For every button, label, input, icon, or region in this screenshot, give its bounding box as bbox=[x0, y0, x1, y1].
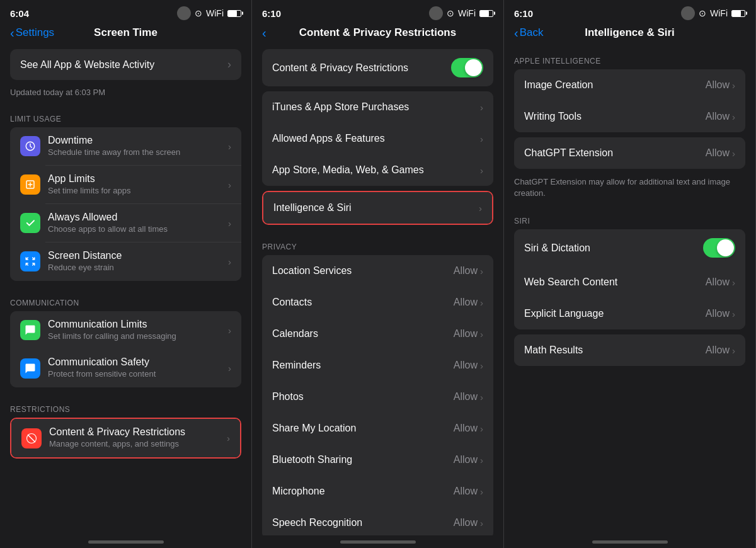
list-item-itunes[interactable]: iTunes & App Store Purchases › bbox=[262, 91, 493, 123]
app-limits-title: App Limits bbox=[48, 173, 223, 185]
chatgpt-chevron: › bbox=[732, 148, 735, 159]
web-search-right: Allow › bbox=[706, 277, 735, 288]
downtime-icon bbox=[20, 136, 40, 156]
contacts-title: Contacts bbox=[272, 297, 454, 308]
nav-bar-2: ‹ Content & Privacy Restrictions bbox=[252, 24, 503, 44]
content-privacy-content: Content & Privacy Restrictions Manage co… bbox=[49, 426, 222, 450]
scroll-content-3: APPLE INTELLIGENCE Image Creation Allow … bbox=[504, 44, 755, 535]
microphone-title: Microphone bbox=[272, 486, 454, 497]
downtime-subtitle: Schedule time away from the screen bbox=[48, 147, 223, 158]
nav-title-3: Intelligence & Siri bbox=[585, 26, 675, 39]
list-item-app-limits[interactable]: App Limits Set time limits for apps › bbox=[10, 166, 241, 204]
back-arrow-1: ‹ bbox=[10, 26, 14, 39]
list-item-app-store-media[interactable]: App Store, Media, Web, & Games › bbox=[262, 154, 493, 186]
list-item-calendars[interactable]: Calendars Allow › bbox=[262, 318, 493, 350]
intelligence-siri-title: Intelligence & Siri bbox=[273, 202, 479, 214]
back-label-1[interactable]: Settings bbox=[16, 26, 54, 39]
list-item-intelligence-siri[interactable]: Intelligence & Siri › bbox=[263, 192, 492, 224]
status-time-2: 6:10 bbox=[262, 8, 281, 19]
home-indicator-1 bbox=[0, 535, 251, 548]
list-item-math-results[interactable]: Math Results Allow › bbox=[514, 334, 745, 366]
list-item-photos[interactable]: Photos Allow › bbox=[262, 381, 493, 413]
list-item-contacts[interactable]: Contacts Allow › bbox=[262, 287, 493, 318]
content-privacy-toggle[interactable] bbox=[451, 58, 483, 77]
list-item-explicit-language[interactable]: Explicit Language Allow › bbox=[514, 298, 745, 329]
status-time-1: 6:04 bbox=[10, 8, 29, 19]
airdrop-icon-2: ⊙ bbox=[447, 8, 454, 18]
allowed-apps-chevron: › bbox=[480, 134, 483, 144]
explicit-language-title: Explicit Language bbox=[524, 308, 706, 319]
writing-tools-right: Allow › bbox=[706, 111, 735, 122]
writing-tools-title: Writing Tools bbox=[524, 111, 706, 122]
itunes-chevron: › bbox=[480, 102, 483, 113]
list-item-downtime[interactable]: Downtime Schedule time away from the scr… bbox=[10, 127, 241, 166]
list-item-reminders[interactable]: Reminders Allow › bbox=[262, 350, 493, 381]
siri-dictation-toggle[interactable] bbox=[703, 238, 735, 258]
bluetooth-value: Allow bbox=[454, 454, 478, 465]
calendars-chevron: › bbox=[480, 329, 483, 340]
intelligence-siri-chevron: › bbox=[479, 203, 482, 214]
content-privacy-toggle-row: Content & Privacy Restrictions bbox=[262, 49, 493, 86]
nav-title-1: Screen Time bbox=[94, 26, 158, 39]
math-results-value: Allow bbox=[706, 345, 730, 356]
list-item-share-location[interactable]: Share My Location Allow › bbox=[262, 413, 493, 444]
back-button-1[interactable]: ‹ Settings bbox=[10, 26, 54, 39]
location-right: Allow › bbox=[454, 265, 483, 277]
list-item-siri-dictation[interactable]: Siri & Dictation bbox=[514, 229, 745, 266]
content-privacy-chevron: › bbox=[227, 433, 230, 443]
section-header-privacy: PRIVACY bbox=[252, 230, 503, 255]
content-privacy-icon bbox=[21, 428, 42, 448]
battery-icon-3 bbox=[731, 10, 745, 17]
comm-safety-icon bbox=[20, 358, 40, 379]
math-results-right: Allow › bbox=[706, 345, 735, 356]
calendars-right: Allow › bbox=[454, 328, 483, 340]
list-item-location[interactable]: Location Services Allow › bbox=[262, 255, 493, 287]
list-item-microphone[interactable]: Microphone Allow › bbox=[262, 476, 493, 507]
list-item-screen-distance[interactable]: Screen Distance Reduce eye strain › bbox=[10, 243, 241, 281]
see-all-activity-button[interactable]: See All App & Website Activity › bbox=[10, 49, 241, 80]
list-item-chatgpt[interactable]: ChatGPT Extension Allow › bbox=[514, 137, 745, 169]
writing-tools-value: Allow bbox=[706, 111, 730, 122]
list-item-allowed-apps[interactable]: Allowed Apps & Features › bbox=[262, 123, 493, 154]
app-limits-subtitle: Set time limits for apps bbox=[48, 186, 223, 197]
image-creation-right: Allow › bbox=[706, 79, 735, 91]
list-item-image-creation[interactable]: Image Creation Allow › bbox=[514, 69, 745, 101]
back-button-2[interactable]: ‹ bbox=[262, 26, 266, 39]
list-group-limit-usage: Downtime Schedule time away from the scr… bbox=[10, 127, 241, 281]
bluetooth-right: Allow › bbox=[454, 454, 483, 465]
app-store-media-chevron: › bbox=[480, 165, 483, 176]
list-item-content-privacy[interactable]: Content & Privacy Restrictions Manage co… bbox=[11, 419, 240, 457]
wifi-icon-2: WiFi bbox=[458, 8, 476, 18]
list-item-writing-tools[interactable]: Writing Tools Allow › bbox=[514, 101, 745, 132]
comm-safety-subtitle: Protect from sensitive content bbox=[48, 369, 223, 380]
image-creation-value: Allow bbox=[706, 79, 730, 91]
allowed-apps-title: Allowed Apps & Features bbox=[272, 133, 480, 144]
bluetooth-chevron: › bbox=[480, 455, 483, 465]
chatgpt-title: ChatGPT Extension bbox=[524, 147, 706, 159]
list-item-web-search[interactable]: Web Search Content Allow › bbox=[514, 266, 745, 298]
image-creation-title: Image Creation bbox=[524, 79, 706, 91]
list-group-apple-intelligence: Image Creation Allow › Writing Tools All… bbox=[514, 69, 745, 132]
reminders-title: Reminders bbox=[272, 360, 454, 371]
downtime-chevron: › bbox=[228, 141, 231, 152]
share-location-title: Share My Location bbox=[272, 423, 454, 434]
comm-limits-subtitle: Set limits for calling and messaging bbox=[48, 331, 223, 342]
list-item-speech[interactable]: Speech Recognition Allow › bbox=[262, 507, 493, 535]
panel-intelligence-siri: 6:10 ⊙ WiFi ‹ Back Intelligence & Siri A… bbox=[504, 0, 756, 548]
itunes-title: iTunes & App Store Purchases bbox=[272, 101, 480, 113]
location-title: Location Services bbox=[272, 265, 454, 277]
app-limits-chevron: › bbox=[228, 180, 231, 190]
list-item-comm-limits[interactable]: Communication Limits Set limits for call… bbox=[10, 311, 241, 350]
bluetooth-title: Bluetooth Sharing bbox=[272, 454, 454, 465]
reminders-chevron: › bbox=[480, 360, 483, 371]
image-creation-chevron: › bbox=[732, 80, 735, 91]
back-button-3[interactable]: ‹ Back bbox=[514, 26, 543, 39]
list-item-always-allowed[interactable]: Always Allowed Choose apps to allow at a… bbox=[10, 204, 241, 243]
list-item-bluetooth[interactable]: Bluetooth Sharing Allow › bbox=[262, 444, 493, 476]
back-label-3[interactable]: Back bbox=[520, 26, 544, 39]
app-limits-content: App Limits Set time limits for apps bbox=[48, 173, 223, 197]
list-item-comm-safety[interactable]: Communication Safety Protect from sensit… bbox=[10, 349, 241, 387]
math-results-chevron: › bbox=[732, 345, 735, 356]
scroll-content-1: See All App & Website Activity › Updated… bbox=[0, 44, 251, 535]
always-allowed-content: Always Allowed Choose apps to allow at a… bbox=[48, 212, 223, 235]
